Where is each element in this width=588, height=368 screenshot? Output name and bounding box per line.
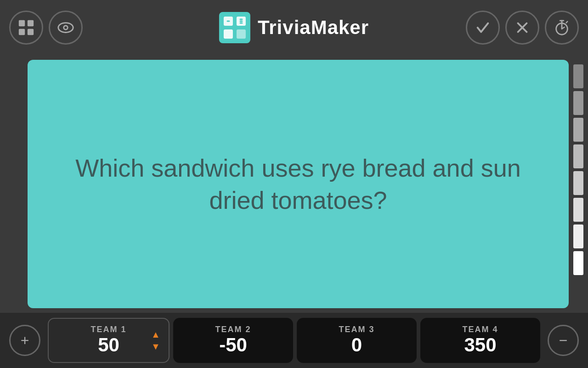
svg-rect-1: [28, 20, 34, 26]
header-left: [9, 11, 83, 45]
team-1-score: 50: [98, 334, 119, 356]
scroll-seg-4[interactable]: [573, 144, 583, 168]
down-arrow-icon: ▼: [151, 342, 160, 351]
scroll-seg-1[interactable]: [573, 64, 583, 88]
scrollbar-panel: [573, 60, 588, 308]
logo-svg: [223, 16, 247, 40]
timer-button[interactable]: [545, 11, 579, 45]
header-right: [466, 11, 579, 45]
svg-point-6: [64, 26, 67, 29]
subtract-icon: −: [559, 332, 568, 349]
team-1-up-button[interactable]: ▲: [149, 329, 162, 339]
question-card: Which sandwich uses rye bread and sun dr…: [28, 60, 569, 308]
close-button[interactable]: [505, 11, 539, 45]
scroll-seg-3[interactable]: [573, 118, 583, 142]
team-1-card: TEAM 1 50 ▲ ▼: [48, 318, 170, 363]
team-4-name: TEAM 4: [462, 325, 498, 334]
scroll-seg-7[interactable]: [573, 224, 583, 248]
svg-rect-0: [19, 20, 25, 26]
team-3-card: TEAM 3 0: [297, 318, 417, 363]
scroll-seg-8[interactable]: [573, 251, 583, 275]
header: TriviaMaker: [0, 0, 588, 55]
close-icon: [514, 19, 531, 36]
svg-rect-2: [19, 29, 25, 35]
team-2-name: TEAM 2: [215, 325, 251, 334]
team-4-score: 350: [464, 334, 496, 356]
question-text: Which sandwich uses rye bread and sun dr…: [28, 133, 569, 235]
subtract-score-button[interactable]: −: [548, 325, 579, 356]
eye-icon: [57, 19, 74, 36]
grid-icon: [17, 19, 35, 36]
up-arrow-icon: ▲: [151, 330, 160, 339]
eye-button[interactable]: [49, 11, 83, 45]
scroll-seg-6[interactable]: [573, 198, 583, 222]
logo-icon: [219, 12, 250, 43]
svg-rect-3: [28, 29, 34, 35]
add-icon: +: [21, 332, 29, 349]
team-1-down-button[interactable]: ▼: [149, 341, 162, 351]
team-3-score: 0: [351, 334, 362, 356]
teams-container: TEAM 1 50 ▲ ▼ TEAM 2 -50 TEAM 3 0 TEAM 4: [48, 318, 540, 363]
scroll-seg-5[interactable]: [573, 171, 583, 195]
svg-rect-10: [237, 29, 246, 39]
timer-icon: [553, 19, 571, 36]
header-center: TriviaMaker: [219, 12, 369, 43]
team-4-card: TEAM 4 350: [420, 318, 540, 363]
team-2-card: TEAM 2 -50: [173, 318, 293, 363]
scoreboard: + TEAM 1 50 ▲ ▼ TEAM 2 -50 TEAM 3 0: [0, 313, 588, 368]
grid-button[interactable]: [9, 11, 43, 45]
check-button[interactable]: [466, 11, 500, 45]
check-icon: [474, 19, 492, 36]
svg-line-22: [566, 22, 568, 23]
team-3-name: TEAM 3: [339, 325, 374, 334]
team-1-arrows: ▲ ▼: [149, 329, 162, 351]
app-title: TriviaMaker: [258, 17, 369, 39]
svg-rect-9: [224, 29, 233, 39]
team-1-name: TEAM 1: [90, 325, 126, 334]
add-score-button[interactable]: +: [9, 325, 40, 356]
scroll-seg-2[interactable]: [573, 91, 583, 115]
main-content: Which sandwich uses rye bread and sun dr…: [0, 55, 588, 313]
team-2-score: -50: [219, 334, 247, 356]
